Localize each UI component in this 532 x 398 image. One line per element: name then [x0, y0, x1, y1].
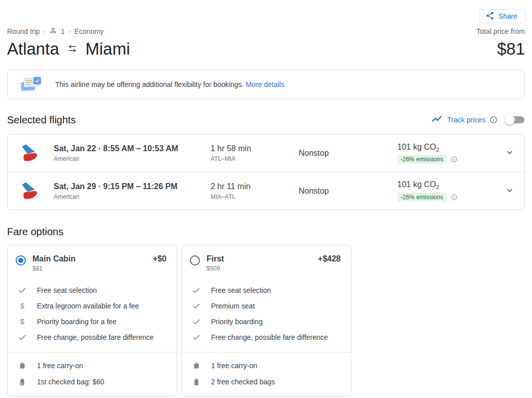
fare-options-title: Fare options — [7, 226, 525, 238]
check-icon — [17, 286, 28, 295]
cabin-class-label: Economy — [74, 27, 104, 35]
swap-arrows-icon — [66, 39, 78, 59]
feature-text: Extra legroom available for a fee — [37, 302, 139, 310]
baggage-text: 1st checked bag: $60 — [37, 378, 104, 386]
feature-text: Free change, possible fare difference — [37, 333, 154, 341]
banner-message: This airline may be offering additional … — [55, 80, 244, 89]
fare-price: $81 — [32, 265, 153, 272]
flexibility-banner: This airline may be offering additional … — [7, 70, 525, 99]
baggage-row: 1 free carry-on — [17, 358, 169, 374]
feature-row: Free seat selection — [17, 282, 169, 298]
share-icon — [485, 11, 495, 22]
more-details-link[interactable]: More details — [245, 80, 284, 89]
feature-row: Free seat selection — [191, 282, 343, 298]
feature-row: Priority boarding — [191, 314, 343, 329]
check-icon — [191, 286, 202, 295]
trip-meta: Round trip · 1 · Economy — [7, 26, 130, 36]
american-airlines-logo — [19, 180, 41, 202]
share-button-label: Share — [499, 12, 517, 20]
flight-duration-block: 1 hr 58 min ATL–MIA — [211, 144, 299, 162]
booking-flexibility-icon — [21, 75, 41, 94]
feature-row: Premium seat — [191, 298, 343, 314]
feature-row: $ Priority boarding for a fee — [17, 314, 169, 329]
airline-name: American — [54, 193, 211, 200]
baggage-row: 1st checked bag: $60 — [17, 374, 169, 390]
feature-text: Premium seat — [211, 302, 255, 310]
selected-flights-list: Sat, Jan 22 · 8:55 AM – 10:53 AM America… — [7, 134, 525, 210]
baggage-text: 1 free carry-on — [211, 362, 257, 370]
emissions-badge: -26% emissions — [397, 193, 446, 202]
selected-flights-header: Selected flights Track prices — [7, 113, 525, 127]
baggage-text: 2 free checked bags — [211, 378, 275, 386]
total-price-value: $81 — [476, 39, 525, 59]
feature-text: Priority boarding — [211, 318, 263, 326]
fare-cards: Main Cabin $81 +$0 Free seat selection $… — [7, 245, 525, 396]
fare-card-header: Main Cabin $81 +$0 — [8, 254, 177, 272]
check-icon — [191, 317, 202, 326]
fare-baggage: 1 free carry-on 1st checked bag: $60 — [8, 352, 177, 396]
header: Round trip · 1 · Economy Atlanta Miami T… — [7, 26, 525, 59]
fare-price: $509 — [207, 265, 318, 272]
fare-features: Free seat selection Premium seat Priorit… — [182, 272, 351, 345]
fare-card-main-cabin[interactable]: Main Cabin $81 +$0 Free seat selection $… — [7, 245, 177, 396]
carry-on-bag-icon — [17, 361, 28, 370]
separator-dot: · — [44, 27, 46, 35]
chevron-down-icon — [504, 147, 515, 160]
expand-flight-chevron[interactable] — [500, 185, 524, 198]
flight-duration: 1 hr 58 min — [211, 144, 299, 153]
expand-flight-chevron[interactable] — [500, 147, 524, 160]
origin-city: Atlanta — [7, 39, 59, 59]
feature-row: Free change, possible fare difference — [191, 329, 343, 345]
fare-radio-unselected[interactable] — [190, 255, 200, 266]
flight-emissions-block: 101 kg CO2 -26% emissions — [397, 180, 500, 201]
flight-route: ATL–MIA — [211, 155, 299, 162]
passenger-count: 1 — [61, 27, 65, 35]
fare-card-header: First $509 +$428 — [182, 254, 351, 272]
airline-name: American — [54, 155, 211, 162]
fare-card-first[interactable]: First $509 +$428 Free seat selection Pre… — [181, 245, 351, 396]
fare-name: Main Cabin — [32, 254, 153, 263]
flight-results-page: Share Round trip · 1 · Economy Atlanta M… — [0, 0, 532, 398]
american-airlines-logo — [19, 142, 41, 164]
track-prices-info-icon[interactable] — [489, 116, 498, 124]
share-button[interactable]: Share — [479, 9, 525, 23]
fare-price-delta: +$428 — [318, 254, 341, 263]
flight-datetime: Sat, Jan 22 · 8:55 AM – 10:53 AM — [54, 144, 211, 153]
flight-route: MIA–ATL — [211, 193, 299, 200]
header-right: Total price from $81 — [476, 26, 525, 59]
top-bar: Share — [7, 0, 525, 23]
fare-features: Free seat selection $ Extra legroom avai… — [8, 272, 177, 345]
feature-text: Free change, possible fare difference — [211, 333, 328, 341]
route-title: Atlanta Miami — [7, 39, 130, 59]
header-left: Round trip · 1 · Economy Atlanta Miami — [7, 26, 130, 59]
flight-stops: Nonstop — [299, 149, 397, 158]
fare-price-delta: +$0 — [153, 254, 167, 263]
baggage-text: 1 free carry-on — [37, 362, 83, 370]
trip-type-label: Round trip — [7, 27, 40, 35]
dollar-icon: $ — [17, 317, 28, 326]
flight-row-return[interactable]: Sat, Jan 29 · 9:15 PM – 11:26 PM America… — [8, 172, 524, 209]
track-prices-toggle[interactable] — [505, 115, 525, 125]
emissions-badge: -26% emissions — [397, 155, 446, 164]
separator-dot: · — [68, 27, 71, 35]
fare-baggage: 1 free carry-on 2 free checked bags — [182, 352, 351, 396]
flight-datetime: Sat, Jan 29 · 9:15 PM – 11:26 PM — [54, 182, 211, 191]
checked-bag-icon — [191, 377, 202, 386]
track-prices-label[interactable]: Track prices — [447, 116, 485, 124]
banner-text: This airline may be offering additional … — [55, 80, 284, 89]
emissions-info-icon[interactable] — [451, 156, 458, 163]
dollar-icon: $ — [17, 301, 28, 310]
check-icon — [17, 333, 28, 342]
total-price-label: Total price from — [476, 26, 525, 35]
flight-duration: 2 hr 11 min — [211, 182, 299, 191]
flight-info: Sat, Jan 29 · 9:15 PM – 11:26 PM America… — [54, 182, 211, 200]
passenger-icon — [49, 26, 57, 36]
checked-bag-fee-icon — [17, 377, 28, 386]
baggage-row: 1 free carry-on — [191, 358, 343, 374]
emissions-info-icon[interactable] — [451, 194, 458, 201]
flight-row-outbound[interactable]: Sat, Jan 22 · 8:55 AM – 10:53 AM America… — [8, 135, 524, 172]
flight-stops: Nonstop — [299, 187, 397, 196]
fare-radio-selected[interactable] — [16, 255, 26, 266]
baggage-row: 2 free checked bags — [191, 374, 343, 390]
feature-text: Priority boarding for a fee — [37, 318, 116, 326]
